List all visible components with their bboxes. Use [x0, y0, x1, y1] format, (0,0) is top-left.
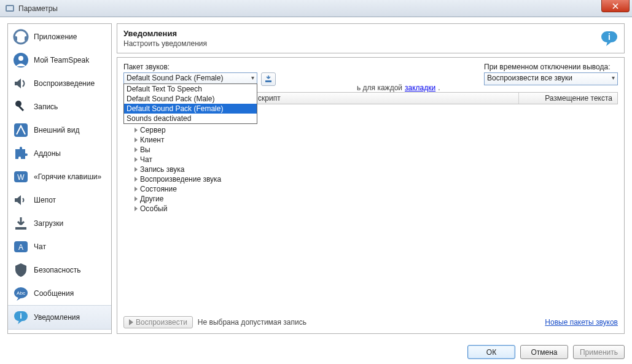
sidebar-item-messages[interactable]: Abc Сообщения — [8, 282, 111, 305]
table-col-script[interactable]: скрипт — [253, 93, 519, 104]
sound-pack-selected: Default Sound Pack (Female) — [127, 74, 223, 82]
table-col-text-location[interactable]: Размещение текста — [519, 93, 617, 104]
expand-icon[interactable] — [135, 196, 138, 201]
dropdown-option[interactable]: Default Text To Speech — [124, 84, 257, 94]
microphone-icon — [13, 99, 29, 115]
svg-text:Abc: Abc — [17, 290, 25, 296]
sidebar-item-downloads[interactable]: Загрузки — [8, 212, 111, 235]
sidebar-item-notifications[interactable]: i Уведомления — [8, 305, 111, 330]
svg-rect-3 — [14, 36, 17, 41]
whisper-icon — [13, 192, 29, 208]
titlebar[interactable]: Параметры — [0, 0, 632, 17]
settings-row: Пакет звуков: Default Sound Pack (Female… — [123, 63, 618, 86]
sidebar: Приложение Мой TeamSpeak Воспроизведение… — [7, 23, 112, 334]
svg-text:W: W — [17, 173, 25, 182]
tree-node[interactable]: Воспроизведение звука — [123, 174, 618, 184]
sidebar-item-label: Чат — [34, 242, 46, 251]
body: Приложение Мой TeamSpeak Воспроизведение… — [0, 17, 632, 340]
svg-text:i: i — [608, 32, 611, 42]
dropdown-option[interactable]: Sounds deactivated — [124, 114, 257, 123]
info-bubble-icon: i — [601, 30, 618, 47]
download-icon — [13, 215, 29, 231]
apply-button[interactable]: Применить — [573, 345, 625, 359]
sidebar-item-myteamspeak[interactable]: Мой TeamSpeak — [8, 48, 111, 72]
tree-node[interactable]: Сервер — [123, 125, 618, 135]
svg-point-7 — [15, 101, 21, 107]
tree-node[interactable]: Состояние — [123, 184, 618, 194]
sound-pack-label: Пакет звуков: — [123, 63, 276, 71]
svg-rect-8 — [18, 106, 24, 111]
expand-icon[interactable] — [135, 177, 138, 182]
main: Уведомления Настроить уведомления i Паке… — [117, 23, 625, 334]
output-mode-combo[interactable]: Воспроизвести все звуки — [484, 72, 618, 85]
sidebar-item-label: Загрузки — [34, 219, 63, 228]
svg-rect-21 — [265, 80, 271, 82]
output-mode-label: При временном отключении вывода: — [484, 63, 618, 71]
expand-icon[interactable] — [135, 147, 138, 152]
expand-icon[interactable] — [135, 157, 138, 162]
sidebar-item-playback[interactable]: Воспроизведение — [8, 72, 111, 95]
settings-window: Параметры Приложение Мой TeamSpeak Воспр… — [0, 0, 632, 364]
tree-node[interactable]: Запись звука — [123, 165, 618, 174]
cancel-button[interactable]: Отмена — [520, 345, 568, 359]
close-button[interactable] — [601, 0, 630, 12]
tree-node[interactable]: Вы — [123, 145, 618, 155]
puzzle-icon — [13, 145, 29, 161]
sidebar-item-whisper[interactable]: Шепот — [8, 188, 111, 212]
page-header: Уведомления Настроить уведомления i — [117, 23, 625, 53]
sidebar-item-label: Приложение — [34, 33, 77, 41]
sidebar-item-addons[interactable]: Аддоны — [8, 142, 111, 165]
sound-pack-dropdown[interactable]: Default Text To Speech Default Sound Pac… — [123, 83, 257, 124]
dropdown-option-selected[interactable]: Default Sound Pack (Female) — [124, 104, 257, 114]
page-subtitle: Настроить уведомления — [123, 39, 601, 48]
sidebar-item-security[interactable]: Безопасность — [8, 258, 111, 282]
chat-a-icon: A — [13, 239, 29, 255]
svg-rect-4 — [25, 36, 28, 41]
tree-node[interactable]: Клиент — [123, 135, 618, 145]
key-w-icon: W — [13, 169, 29, 185]
svg-text:i: i — [20, 311, 22, 320]
tree-node[interactable]: Чат — [123, 155, 618, 165]
sidebar-item-label: Внешний вид — [34, 126, 79, 134]
sidebar-item-design[interactable]: Внешний вид — [8, 118, 111, 142]
expand-icon[interactable] — [135, 187, 138, 192]
expand-icon[interactable] — [135, 206, 138, 211]
sound-pack-field: Пакет звуков: Default Sound Pack (Female… — [123, 63, 276, 86]
output-mode-selected: Воспроизвести все звуки — [487, 74, 572, 82]
tree-node[interactable]: Особый — [123, 204, 618, 214]
dialog-footer: ОК Отмена Применить — [0, 340, 632, 364]
playback-row: Воспроизвести Не выбрана допустимая запи… — [123, 316, 618, 328]
expand-icon[interactable] — [135, 137, 138, 142]
sidebar-item-label: Безопасность — [34, 266, 81, 274]
sidebar-item-capture[interactable]: Запись — [8, 95, 111, 118]
svg-rect-1 — [7, 6, 13, 10]
speaker-icon — [13, 76, 29, 91]
sidebar-item-hotkeys[interactable]: W «Горячие клавиши» — [8, 165, 111, 188]
playback-note: Не выбрана допустимая запись — [198, 318, 306, 327]
headset-icon — [13, 29, 29, 45]
dropdown-option[interactable]: Default Sound Pack (Male) — [124, 94, 257, 104]
svg-text:A: A — [18, 243, 23, 252]
sidebar-item-application[interactable]: Приложение — [8, 25, 111, 48]
shield-icon — [13, 262, 29, 278]
play-button[interactable]: Воспроизвести — [123, 316, 193, 328]
window-title: Параметры — [18, 4, 58, 13]
app-icon — [5, 4, 15, 14]
sidebar-item-label: Шепот — [34, 196, 56, 204]
svg-point-6 — [18, 56, 23, 61]
sidebar-item-label: Аддоны — [34, 149, 61, 158]
play-icon — [129, 319, 133, 325]
bookmark-link[interactable]: закладки — [405, 83, 435, 92]
tree-node[interactable]: Другие — [123, 194, 618, 204]
output-mode-field: При временном отключении вывода: Воспрои… — [484, 63, 618, 86]
ok-button[interactable]: ОК — [467, 345, 515, 359]
new-sound-packs-link[interactable]: Новые пакеты звуков — [545, 318, 618, 327]
sidebar-item-label: «Горячие клавиши» — [34, 172, 101, 181]
event-tree[interactable]: Подключение Канал Сервер Клиент Вы Чат З… — [123, 104, 618, 312]
expand-icon[interactable] — [135, 128, 138, 133]
speech-abc-icon: Abc — [13, 285, 29, 301]
design-icon — [13, 122, 29, 138]
sound-pack-settings-button[interactable] — [261, 72, 276, 86]
expand-icon[interactable] — [135, 167, 138, 172]
sidebar-item-chat[interactable]: A Чат — [8, 235, 111, 258]
